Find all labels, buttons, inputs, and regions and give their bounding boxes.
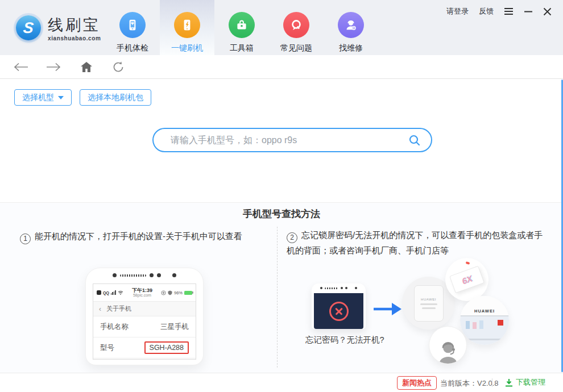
- customer-service-icon: [436, 339, 461, 364]
- guide-step-1: 1能开机的情况下，打开手机的设置-关于手机中可以查看: [20, 229, 273, 244]
- step-1-number: 1: [20, 233, 31, 244]
- locked-phone-illustration: [312, 283, 366, 329]
- retail-box: 6X: [449, 266, 485, 294]
- battery-icon: [184, 291, 192, 295]
- feedback-link[interactable]: 反馈: [479, 6, 494, 16]
- phone-model-value-highlight: SGH-A288: [144, 341, 189, 354]
- download-manager-button[interactable]: 下载管理: [505, 377, 545, 387]
- forward-button[interactable]: [46, 60, 61, 74]
- phone-screen: QQ 下午1:39 58pic.com 96% ‹ 关于手机: [93, 283, 196, 360]
- phone-store-bubble: HUAWEI: [460, 296, 509, 345]
- signal-icon: [111, 290, 116, 295]
- download-icon: [505, 378, 513, 387]
- model-lookup-guide: 手机型号查找方法 1能开机的情况下，打开手机的设置-关于手机中可以查看 2忘记锁…: [0, 202, 563, 373]
- login-link[interactable]: 请登录: [446, 6, 469, 16]
- arrow-right-icon: [372, 301, 402, 318]
- store-sign-label: HUAWEI: [474, 308, 495, 314]
- footer-divider: [492, 378, 492, 387]
- brand-name: 线刷宝: [48, 17, 101, 34]
- wifi-icon: [118, 290, 123, 295]
- phone-name-row: 手机名称 三星手机: [93, 316, 196, 337]
- phone-statusbar: QQ 下午1:39 58pic.com 96%: [93, 284, 196, 301]
- nav-label: 一键刷机: [171, 43, 203, 53]
- locked-phone-screen: [314, 293, 363, 329]
- step-1-text: 能开机的情况下，打开手机的设置-关于手机中可以查看: [35, 231, 242, 241]
- status-carrier: QQ: [103, 291, 109, 295]
- back-chevron-icon: ‹: [99, 305, 101, 313]
- nav-label: 找维修: [339, 43, 363, 53]
- phone-model-row: 型号 SGH-A288: [93, 337, 196, 358]
- refresh-button[interactable]: [111, 60, 126, 74]
- repair-icon: [338, 12, 364, 38]
- logo-icon: S: [16, 15, 41, 40]
- nav-item-toolbox[interactable]: 工具箱: [214, 0, 269, 55]
- error-cross-icon: [329, 302, 349, 321]
- close-button[interactable]: [543, 7, 552, 16]
- phone-settings-illustration: QQ 下午1:39 58pic.com 96% ‹ 关于手机: [85, 268, 204, 365]
- brand-domain: xianshuabao.com: [48, 35, 101, 41]
- box-logo-mark: [466, 261, 470, 265]
- status-footer: 新闻热点 当前版本：V2.0.8 下载管理: [0, 373, 563, 392]
- phone-sensors: [86, 273, 203, 277]
- about-phone-row: ‹ 关于手机: [93, 301, 196, 316]
- one-key-flash-icon: [174, 12, 200, 38]
- storefront: [460, 316, 509, 345]
- nav-item-one-key-flash[interactable]: 一键刷机: [160, 0, 214, 55]
- news-hotspot-button[interactable]: 新闻热点: [397, 376, 437, 390]
- select-model-button[interactable]: 选择机型: [14, 89, 72, 106]
- download-manager-label: 下载管理: [516, 377, 545, 387]
- browser-toolbar: [0, 55, 563, 79]
- nav-item-faq[interactable]: 常见问题: [269, 0, 324, 55]
- app-logo: S 线刷宝 xianshuabao.com: [16, 15, 101, 41]
- phone-back-brand: HUAWEI: [421, 298, 436, 301]
- phone-model-label: 型号: [100, 343, 114, 353]
- back-button[interactable]: [14, 60, 28, 74]
- minimize-button[interactable]: [524, 7, 533, 15]
- retail-box-label: 6X: [460, 273, 473, 286]
- app-header: S 线刷宝 xianshuabao.com 手机体检 一键刷机 工具箱: [0, 0, 563, 55]
- chevron-down-icon: [58, 96, 64, 99]
- phone-back-card: HUAWEI: [414, 285, 444, 322]
- phone-name-label: 手机名称: [100, 322, 129, 332]
- search-input[interactable]: [171, 135, 408, 145]
- select-local-rom-label: 选择本地刷机包: [88, 93, 143, 103]
- status-site: 58pic.com: [132, 293, 152, 298]
- nav-item-repair[interactable]: 找维修: [324, 0, 378, 55]
- guide-step-2: 2忘记锁屏密码/无法开机的情况下，可以查看手机的包装盒或者手机的背面；或者咨询手…: [287, 228, 547, 257]
- retail-box-bubble: 6X: [445, 258, 489, 301]
- orientation-lock-icon: [161, 290, 166, 295]
- phone-name-value: 三星手机: [160, 322, 189, 332]
- main-nav: 手机体检 一键刷机 工具箱 常见问题 找维修: [105, 0, 378, 55]
- select-local-rom-button[interactable]: 选择本地刷机包: [80, 89, 151, 106]
- version-label: 当前版本：V2.0.8: [440, 378, 499, 389]
- menu-icon[interactable]: [504, 7, 514, 15]
- home-button[interactable]: [79, 60, 94, 74]
- status-app-icon: [97, 290, 101, 295]
- locked-phone-sensors: [312, 287, 366, 289]
- step-2-number: 2: [287, 232, 297, 243]
- status-time: 下午1:39: [132, 287, 152, 293]
- search-box: [152, 128, 432, 152]
- nav-label: 手机体检: [117, 43, 148, 53]
- nav-item-phone-check[interactable]: 手机体检: [105, 0, 160, 55]
- about-phone-label: 关于手机: [106, 305, 131, 313]
- customer-service-bubble: [429, 326, 467, 364]
- select-model-label: 选择机型: [22, 93, 54, 103]
- battery-percent: 96%: [174, 290, 183, 295]
- logo-letter: S: [23, 20, 35, 36]
- nav-label: 工具箱: [230, 43, 254, 53]
- search-icon[interactable]: [408, 134, 421, 147]
- guide-title: 手机型号查找方法: [0, 207, 563, 220]
- toolbox-icon: [229, 12, 255, 38]
- column-divider: [277, 227, 278, 368]
- nav-label: 常见问题: [280, 43, 312, 53]
- shield-icon: [168, 290, 172, 295]
- faq-icon: [283, 12, 309, 38]
- locked-caption: 忘记密码？无法开机?: [305, 335, 384, 345]
- phone-check-icon: [119, 12, 146, 38]
- step-2-text: 忘记锁屏密码/无法开机的情况下，可以查看手机的包装盒或者手机的背面；或者咨询手机…: [287, 230, 543, 255]
